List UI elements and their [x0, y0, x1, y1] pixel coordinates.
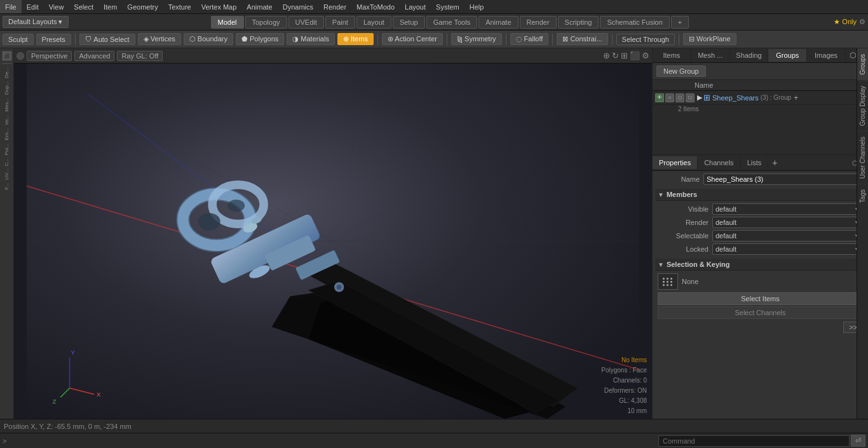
lock-icon-2[interactable]: □ — [686, 93, 695, 102]
left-label-dup[interactable]: Dup... — [4, 80, 10, 96]
command-submit-button[interactable]: ⏎ — [851, 435, 865, 447]
visible-select[interactable]: default — [712, 203, 863, 215]
polygons-button[interactable]: ⬟ Polygons — [236, 33, 284, 45]
ray-gl-button[interactable]: Ray GL: Off — [117, 51, 163, 61]
menu-item[interactable]: Item — [98, 0, 122, 13]
left-label-pol[interactable]: Pol... — [4, 142, 10, 156]
selectable-select[interactable]: default — [712, 230, 863, 241]
expand-icon[interactable]: ⬡ — [850, 51, 856, 60]
menu-help[interactable]: Help — [465, 0, 489, 13]
left-label-c[interactable]: C... — [4, 157, 10, 167]
materials-button[interactable]: ◑ Materials — [287, 33, 335, 45]
constraints-button[interactable]: ⊠ Constrai... — [557, 33, 607, 45]
left-tool-1[interactable]: ⬛ — [2, 51, 12, 61]
render-select[interactable]: default — [712, 217, 863, 228]
menu-animate[interactable]: Animate — [241, 0, 277, 13]
vertices-button[interactable]: ◈ Vertices — [138, 33, 181, 45]
tab-animate[interactable]: Animate — [478, 16, 518, 29]
prop-tab-lists[interactable]: Lists — [741, 156, 769, 169]
menu-render[interactable]: Render — [318, 0, 351, 13]
perspective-button[interactable]: Perspective — [27, 51, 72, 61]
select-through-button[interactable]: Select Through — [616, 34, 675, 45]
group-plus[interactable]: + — [794, 93, 798, 102]
boundary-button[interactable]: ⬡ Boundary — [184, 33, 233, 45]
action-center-button[interactable]: ⊛ Action Center — [382, 33, 443, 45]
left-label-mes[interactable]: Mes... — [4, 97, 10, 113]
v-tab-groups[interactable]: Groups — [857, 48, 868, 80]
tab-render[interactable]: Render — [520, 16, 557, 29]
viewport-lock[interactable] — [17, 52, 24, 60]
tab-plus[interactable]: + — [671, 16, 689, 29]
tab-layout[interactable]: Layout — [356, 16, 391, 29]
presets-button[interactable]: Presets — [36, 34, 71, 45]
workplane-button[interactable]: ⊟ WorkPlane — [683, 33, 736, 45]
menu-file[interactable]: File — [0, 0, 22, 13]
select-items-button[interactable]: Select Items — [658, 292, 863, 305]
members-section[interactable]: ▼ Members — [655, 189, 865, 201]
menu-maxtomodo[interactable]: MaxToModo — [351, 0, 400, 13]
layout-dropdown[interactable]: Default Layouts ▾ — [3, 16, 69, 28]
left-label-f[interactable]: F... — [4, 182, 10, 191]
tab-groups[interactable]: Groups — [768, 49, 807, 62]
viewport-ctrl-3[interactable]: ⊞ — [621, 51, 628, 60]
tab-mesh[interactable]: Mesh ... — [691, 49, 730, 62]
tab-scripting[interactable]: Scripting — [558, 16, 599, 29]
menu-edit[interactable]: Edit — [22, 0, 44, 13]
left-label-de[interactable]: De... — [4, 66, 10, 79]
prop-tab-channels[interactable]: Channels — [698, 156, 740, 169]
sel-keying-section[interactable]: ▼ Selection & Keying — [655, 259, 865, 271]
tab-game-tools[interactable]: Game Tools — [426, 16, 478, 29]
render-icon[interactable]: ○ — [665, 93, 674, 102]
new-group-button[interactable]: New Group — [656, 65, 706, 77]
menu-vertex-map[interactable]: Vertex Map — [196, 0, 242, 13]
menu-select[interactable]: Select — [69, 0, 98, 13]
tab-items[interactable]: Items — [653, 49, 691, 62]
viewport-ctrl-4[interactable]: ⬛ — [630, 51, 640, 60]
lock-icon-1[interactable]: □ — [675, 93, 684, 102]
keying-grid-icon[interactable] — [658, 273, 678, 290]
tab-schematic-fusion[interactable]: Schematic Fusion — [600, 16, 669, 29]
keying-value: None — [682, 278, 698, 285]
menu-system[interactable]: System — [431, 0, 465, 13]
items-button[interactable]: ⊕ Items — [337, 33, 374, 45]
falloff-button[interactable]: ◌ Falloff — [510, 33, 549, 45]
command-input[interactable] — [658, 435, 850, 447]
status-gl: GL: 4,308 — [601, 396, 647, 406]
star-only[interactable]: ★ Only — [834, 18, 857, 26]
tab-topology[interactable]: Topology — [245, 16, 287, 29]
group-list-item[interactable]: 👁 ○ □ □ ▶ ⊞ Sheep_Shears (3) : Group + — [653, 91, 868, 105]
select-channels-button[interactable]: Select Channels — [658, 306, 863, 319]
v-tab-tags[interactable]: Tags — [857, 184, 868, 208]
prop-tab-add[interactable]: + — [768, 155, 781, 170]
tab-setup[interactable]: Setup — [393, 16, 425, 29]
tab-shading[interactable]: Shading — [730, 49, 769, 62]
locked-select[interactable]: default — [712, 243, 863, 255]
menu-geometry[interactable]: Geometry — [122, 0, 163, 13]
menu-texture[interactable]: Texture — [163, 0, 196, 13]
advanced-button[interactable]: Advanced — [74, 51, 114, 61]
eye-icon[interactable]: 👁 — [655, 93, 664, 102]
symmetry-button[interactable]: ⧎ Symmetry — [451, 33, 502, 45]
name-input[interactable] — [703, 173, 865, 185]
menu-layout[interactable]: Layout — [400, 0, 431, 13]
viewport-ctrl-2[interactable]: ↻ — [612, 51, 619, 60]
left-label-em[interactable]: Em... — [4, 127, 10, 142]
viewport-ctrl-5[interactable]: ⚙ — [642, 51, 649, 60]
left-label-ve[interactable]: Ve... — [4, 114, 10, 126]
v-tab-group-display[interactable]: Group Display — [857, 80, 868, 131]
v-tab-user-channels[interactable]: User Channels — [857, 131, 868, 184]
left-label-uv[interactable]: UV... — [4, 168, 10, 181]
menu-view[interactable]: View — [44, 0, 69, 13]
settings-icon[interactable]: ⚙ — [857, 18, 868, 26]
viewport-canvas[interactable]: Y X Z No Items Polygons : Face Channels:… — [14, 64, 652, 419]
tab-uvedit[interactable]: UVEdit — [288, 16, 324, 29]
group-suffix: (3) : Group — [761, 94, 791, 101]
tab-paint[interactable]: Paint — [325, 16, 355, 29]
menu-dynamics[interactable]: Dynamics — [278, 0, 318, 13]
sculpt-button[interactable]: Sculpt — [3, 34, 34, 45]
prop-tab-properties[interactable]: Properties — [653, 156, 698, 169]
auto-select-button[interactable]: ⛉ Auto Select — [79, 34, 135, 45]
tab-model[interactable]: Model — [211, 16, 244, 29]
viewport-ctrl-1[interactable]: ⊕ — [603, 51, 610, 60]
tab-images[interactable]: Images — [807, 49, 846, 62]
